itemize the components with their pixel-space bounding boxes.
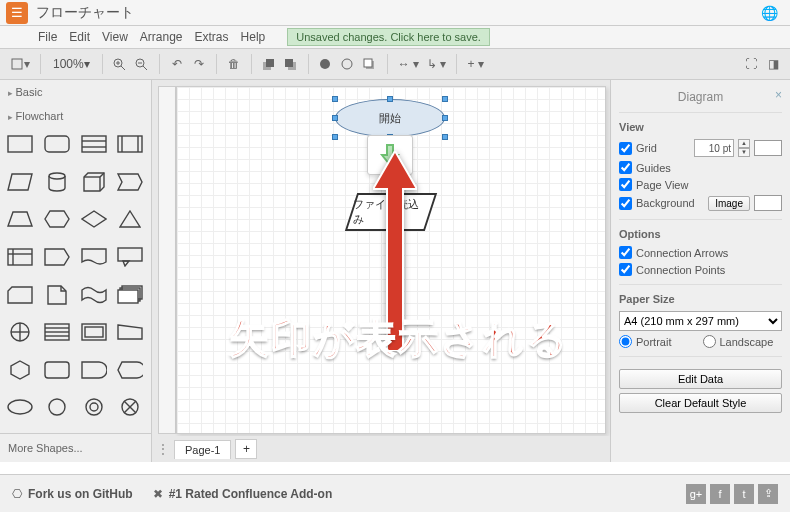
connection-arrow-hint[interactable] xyxy=(367,135,413,175)
delete-button[interactable]: 🗑 xyxy=(223,53,245,75)
shape-hexv[interactable] xyxy=(4,358,36,382)
guides-checkbox[interactable]: Guides xyxy=(619,161,782,174)
zoom-out-button[interactable] xyxy=(131,53,153,75)
grid-step-up[interactable]: ▲ xyxy=(738,139,750,148)
menu-edit[interactable]: Edit xyxy=(69,30,90,44)
menu-extras[interactable]: Extras xyxy=(195,30,229,44)
shape-tape[interactable] xyxy=(78,283,110,307)
paper-heading: Paper Size xyxy=(619,293,782,305)
shape-display[interactable] xyxy=(114,358,146,382)
menu-help[interactable]: Help xyxy=(241,30,266,44)
connection-button[interactable]: ↔ ▾ xyxy=(394,53,423,75)
social-twitter-icon[interactable]: t xyxy=(734,484,754,504)
shape-rect[interactable] xyxy=(4,132,36,156)
language-icon[interactable]: 🌐 xyxy=(761,5,784,21)
add-page-button[interactable]: + xyxy=(235,439,257,459)
grid-step-down[interactable]: ▼ xyxy=(738,148,750,157)
shape-page[interactable] xyxy=(41,283,73,307)
background-checkbox[interactable]: Background xyxy=(619,197,704,210)
redo-button[interactable]: ↷ xyxy=(188,53,210,75)
shape-cross[interactable] xyxy=(4,320,36,344)
format-panel: Diagram × View Grid 10 pt ▲▼ Guides Page… xyxy=(610,80,790,462)
shape-donut[interactable] xyxy=(78,395,110,419)
shape-circle[interactable] xyxy=(41,395,73,419)
footer-github-link[interactable]: ⎔ Fork us on GitHub xyxy=(12,487,133,501)
grid-checkbox[interactable]: Grid xyxy=(619,142,690,155)
canvas[interactable]: 開始 ファイル読込み 矢印が表示される xyxy=(176,86,606,434)
pageview-checkbox[interactable]: Page View xyxy=(619,178,782,191)
shape-storage[interactable] xyxy=(41,320,73,344)
social-gplus-icon[interactable]: g+ xyxy=(686,484,706,504)
clear-style-button[interactable]: Clear Default Style xyxy=(619,393,782,413)
resize-handle[interactable] xyxy=(442,96,448,102)
insert-button[interactable]: + ▾ xyxy=(463,53,487,75)
node-process[interactable]: ファイル読込み xyxy=(345,193,437,231)
background-image-button[interactable]: Image xyxy=(708,196,750,211)
shape-delay[interactable] xyxy=(78,358,110,382)
conn-points-checkbox[interactable]: Connection Points xyxy=(619,263,782,276)
fill-color-button[interactable] xyxy=(315,53,337,75)
to-back-button[interactable] xyxy=(280,53,302,75)
shape-cube[interactable] xyxy=(78,170,110,194)
shape-manual[interactable] xyxy=(114,320,146,344)
portrait-radio[interactable]: Portrait xyxy=(619,335,699,348)
shape-document[interactable] xyxy=(78,245,110,269)
shape-ellipse[interactable] xyxy=(4,395,36,419)
menu-file[interactable]: File xyxy=(38,30,57,44)
shape-internal[interactable] xyxy=(4,245,36,269)
shape-parallelogram[interactable] xyxy=(4,170,36,194)
social-facebook-icon[interactable]: f xyxy=(710,484,730,504)
group-basic[interactable]: Basic xyxy=(0,80,151,104)
landscape-radio[interactable]: Landscape xyxy=(703,335,783,348)
conn-arrows-checkbox[interactable]: Connection Arrows xyxy=(619,246,782,259)
shape-roundrect2[interactable] xyxy=(41,358,73,382)
shape-split[interactable] xyxy=(78,132,110,156)
menu-arrange[interactable]: Arrange xyxy=(140,30,183,44)
to-front-button[interactable] xyxy=(258,53,280,75)
resize-handle[interactable] xyxy=(332,115,338,121)
shape-xor[interactable] xyxy=(114,395,146,419)
undo-button[interactable]: ↶ xyxy=(166,53,188,75)
zoom-in-button[interactable] xyxy=(109,53,131,75)
background-color-swatch[interactable] xyxy=(754,195,782,211)
tab-page1[interactable]: Page-1 xyxy=(174,440,231,459)
resize-handle[interactable] xyxy=(332,134,338,140)
shadow-button[interactable] xyxy=(359,53,381,75)
shape-callout[interactable] xyxy=(114,245,146,269)
grid-size-input[interactable]: 10 pt xyxy=(694,139,734,157)
format-panel-button[interactable]: ◨ xyxy=(762,53,784,75)
shape-card[interactable] xyxy=(4,283,36,307)
resize-handle[interactable] xyxy=(442,115,448,121)
zoom-dropdown[interactable]: 100% ▾ xyxy=(47,53,96,75)
shape-stack[interactable] xyxy=(114,283,146,307)
save-hint[interactable]: Unsaved changes. Click here to save. xyxy=(287,28,490,46)
waypoint-button[interactable]: ↳ ▾ xyxy=(423,53,450,75)
tab-list-icon[interactable]: ⋮ xyxy=(156,438,170,460)
shape-cylinder[interactable] xyxy=(41,170,73,194)
shape-doublerect[interactable] xyxy=(78,320,110,344)
edit-data-button[interactable]: Edit Data xyxy=(619,369,782,389)
panel-close-icon[interactable]: × xyxy=(775,88,782,102)
shape-step[interactable] xyxy=(114,170,146,194)
menu-view[interactable]: View xyxy=(102,30,128,44)
grid-color-swatch[interactable] xyxy=(754,140,782,156)
more-shapes-button[interactable]: More Shapes... xyxy=(0,433,151,462)
footer-confluence-link[interactable]: ✖ #1 Rated Confluence Add-on xyxy=(153,487,333,501)
shape-triangle[interactable] xyxy=(114,207,146,231)
resize-handle[interactable] xyxy=(387,96,393,102)
page-setup-button[interactable]: ▾ xyxy=(6,53,34,75)
shape-rounded[interactable] xyxy=(41,132,73,156)
line-color-button[interactable] xyxy=(337,53,359,75)
fullscreen-button[interactable]: ⛶ xyxy=(740,53,762,75)
shape-diamond[interactable] xyxy=(78,207,110,231)
shape-trapezoid[interactable] xyxy=(4,207,36,231)
resize-handle[interactable] xyxy=(442,134,448,140)
shape-hexagon[interactable] xyxy=(41,207,73,231)
node-start[interactable]: 開始 xyxy=(335,99,445,137)
paper-size-select[interactable]: A4 (210 mm x 297 mm) xyxy=(619,311,782,331)
shape-tag[interactable] xyxy=(41,245,73,269)
social-share-icon[interactable]: ⇪ xyxy=(758,484,778,504)
group-flowchart[interactable]: Flowchart xyxy=(0,104,151,128)
resize-handle[interactable] xyxy=(332,96,338,102)
shape-process[interactable] xyxy=(114,132,146,156)
